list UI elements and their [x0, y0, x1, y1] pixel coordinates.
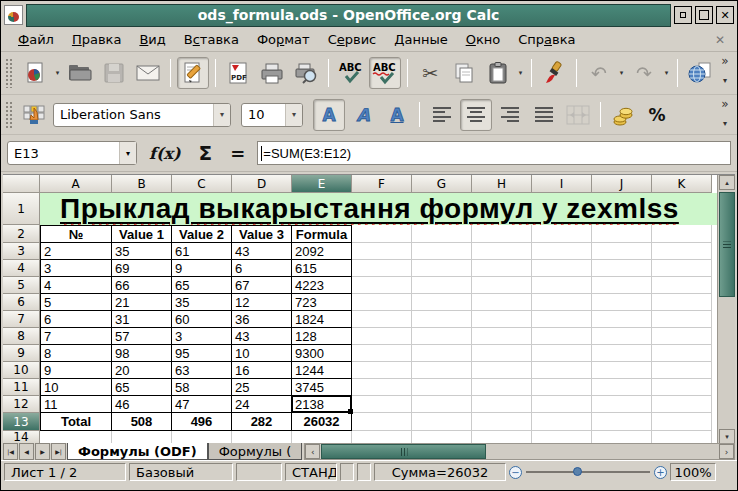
cell-H4[interactable]	[472, 260, 532, 277]
new-document-button[interactable]	[19, 57, 51, 89]
cell-F11[interactable]	[352, 379, 412, 396]
row-header-7[interactable]: 7	[3, 311, 40, 328]
cell-E12[interactable]: 2138	[292, 396, 352, 413]
zoom-in-icon[interactable]: +	[654, 466, 667, 479]
cell-I5[interactable]	[532, 277, 592, 294]
cell-H8[interactable]	[472, 328, 532, 345]
cell-D10[interactable]: 16	[232, 362, 292, 379]
title-cell-A1[interactable]: Прыклад выкарыстання формул у zexmlss	[40, 193, 717, 225]
select-all-corner[interactable]	[3, 175, 40, 193]
cell-D12[interactable]: 24	[232, 396, 292, 413]
toolbar-grip[interactable]	[5, 101, 13, 128]
formula-input[interactable]: =SUM(E3:E12)	[257, 141, 731, 165]
cell-J11[interactable]	[592, 379, 652, 396]
cell-H2[interactable]	[472, 225, 532, 243]
column-header-B[interactable]: B	[112, 175, 172, 193]
menu-item-file[interactable]: Файл	[9, 29, 63, 50]
cell-A12[interactable]: 11	[40, 396, 112, 413]
row-header-1[interactable]: 1	[3, 193, 40, 225]
bold-button[interactable]: A	[313, 99, 345, 131]
cell-K10[interactable]	[652, 362, 712, 379]
cell-I14[interactable]	[532, 431, 592, 443]
cell-I2[interactable]	[532, 225, 592, 243]
zoom-slider-handle[interactable]	[573, 467, 582, 476]
row-header-3[interactable]: 3	[3, 243, 40, 260]
cell-A2[interactable]: №	[40, 225, 112, 243]
window-titlebar[interactable]: ods_formula.ods - OpenOffice.org Calc	[26, 4, 671, 27]
cell-A13[interactable]: Total	[40, 413, 112, 431]
cell-E3[interactable]: 2092	[292, 243, 352, 260]
scroll-down-button[interactable]: ▾	[719, 429, 735, 443]
menu-item-data[interactable]: Данные	[385, 29, 456, 50]
cell-D6[interactable]: 12	[232, 294, 292, 311]
cell-B12[interactable]: 46	[112, 396, 172, 413]
font-size-value[interactable]: 10	[242, 107, 285, 122]
cell-C11[interactable]: 58	[172, 379, 232, 396]
cell-A4[interactable]: 3	[40, 260, 112, 277]
cell-B11[interactable]: 65	[112, 379, 172, 396]
name-box-dropdown-icon[interactable]: ▾	[119, 142, 136, 164]
row-header-12[interactable]: 12	[3, 396, 40, 413]
hyperlink-button[interactable]	[684, 57, 716, 89]
cell-D5[interactable]: 67	[232, 277, 292, 294]
spellcheck-button[interactable]: ABC	[335, 57, 367, 89]
cell-K4[interactable]	[652, 260, 712, 277]
cell-B7[interactable]: 31	[112, 311, 172, 328]
align-center-button[interactable]	[460, 99, 492, 131]
row-header-10[interactable]: 10	[3, 362, 40, 379]
horizontal-scrollbar[interactable]: ‹ ›	[304, 443, 735, 460]
cell-K12[interactable]	[652, 396, 712, 413]
status-page-style[interactable]: Базовый	[129, 463, 233, 481]
row-header-6[interactable]: 6	[3, 294, 40, 311]
cell-H6[interactable]	[472, 294, 532, 311]
sheet-tab-formulas[interactable]: Формулы (	[208, 443, 303, 460]
toolbar-overflow[interactable]: » ▾	[717, 55, 733, 87]
row-header-5[interactable]: 5	[3, 277, 40, 294]
cell-B14[interactable]	[112, 431, 172, 443]
copy-button[interactable]	[448, 57, 480, 89]
cell-C6[interactable]: 35	[172, 294, 232, 311]
minimize-button[interactable]	[674, 6, 692, 24]
cell-I7[interactable]	[532, 311, 592, 328]
font-size-dropdown-icon[interactable]: ▾	[285, 104, 302, 126]
cell-F14[interactable]	[352, 431, 412, 443]
vertical-scrollbar[interactable]: ▴ ▾	[717, 175, 735, 443]
row-header-8[interactable]: 8	[3, 328, 40, 345]
cell-E11[interactable]: 3745	[292, 379, 352, 396]
save-button[interactable]	[98, 57, 130, 89]
cell-B4[interactable]: 69	[112, 260, 172, 277]
zoom-slider-track[interactable]	[526, 471, 650, 473]
row-header-14[interactable]: 14	[3, 431, 40, 443]
first-sheet-button[interactable]: |◀	[3, 443, 18, 460]
status-sum[interactable]: Сумма=26032	[374, 463, 506, 481]
sum-icon[interactable]: Σ	[193, 141, 219, 165]
cell-D9[interactable]: 10	[232, 345, 292, 362]
cell-G2[interactable]	[412, 225, 472, 243]
cell-A8[interactable]: 7	[40, 328, 112, 345]
maximize-button[interactable]	[695, 6, 713, 24]
cell-B8[interactable]: 57	[112, 328, 172, 345]
cell-A9[interactable]: 8	[40, 345, 112, 362]
zoom-percentage[interactable]: 100%	[670, 463, 716, 481]
menu-item-view[interactable]: Вид	[130, 29, 174, 50]
cell-G11[interactable]	[412, 379, 472, 396]
cell-G12[interactable]	[412, 396, 472, 413]
cell-A3[interactable]: 2	[40, 243, 112, 260]
cell-D8[interactable]: 43	[232, 328, 292, 345]
cell-I10[interactable]	[532, 362, 592, 379]
sheet-tab-formulas-odf[interactable]: Формулы (ODF)	[67, 443, 208, 460]
cell-F8[interactable]	[352, 328, 412, 345]
row-header-9[interactable]: 9	[3, 345, 40, 362]
cell-I11[interactable]	[532, 379, 592, 396]
cell-H11[interactable]	[472, 379, 532, 396]
font-name-value[interactable]: Liberation Sans	[54, 107, 213, 122]
column-header-F[interactable]: F	[352, 175, 412, 193]
redo-dropdown[interactable]: ▾	[662, 57, 671, 89]
export-pdf-button[interactable]: PDF	[222, 57, 254, 89]
prev-sheet-button[interactable]: ◀	[19, 443, 34, 460]
cell-C7[interactable]: 60	[172, 311, 232, 328]
column-header-G[interactable]: G	[412, 175, 472, 193]
cell-A6[interactable]: 5	[40, 294, 112, 311]
cell-C9[interactable]: 95	[172, 345, 232, 362]
function-equals-icon[interactable]: =	[224, 143, 251, 164]
